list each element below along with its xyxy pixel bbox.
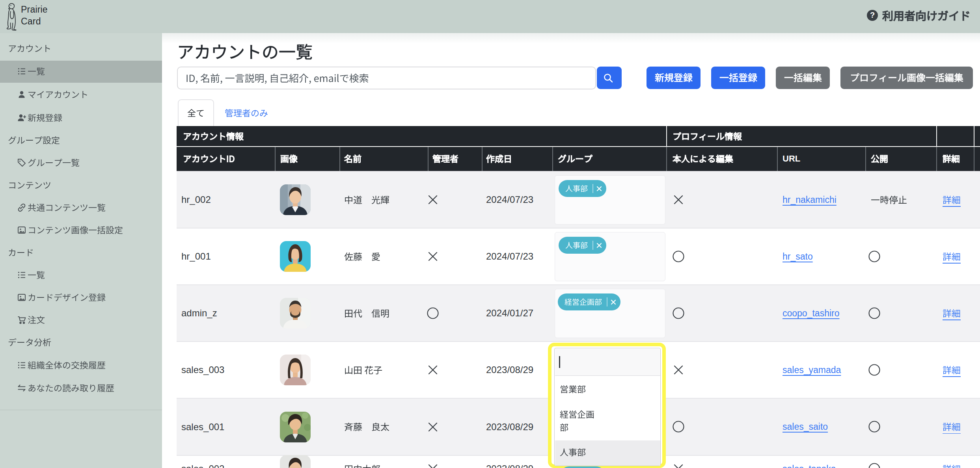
svg-text:?: ? (870, 11, 875, 19)
